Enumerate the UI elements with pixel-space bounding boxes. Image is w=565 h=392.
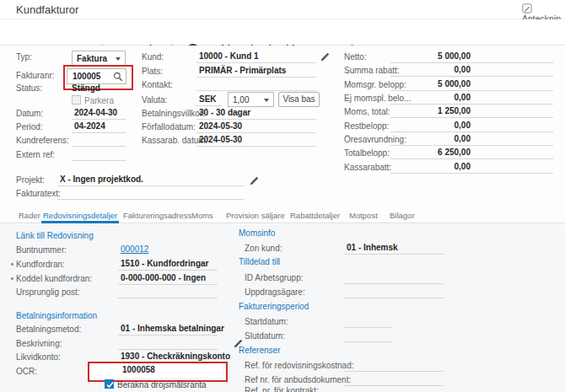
restbelopp-field: 0,00 — [390, 120, 553, 132]
projekt-field[interactable]: X - Ingen projektkod. — [57, 174, 245, 186]
tilldelad-till-header: Tilldelad till — [239, 257, 280, 266]
ursprunglig-post-label: Ursprunglig post: — [16, 287, 80, 297]
momsinfo-header: Momsinfo — [239, 228, 275, 238]
projekt-label: Projekt: — [16, 175, 45, 185]
datum-field[interactable]: 2024-04-30 — [72, 107, 126, 120]
kassarab-datum-field[interactable]: 2024-05-30 — [196, 134, 316, 147]
momsgr-belopp-field: 5 000,00 — [390, 78, 553, 91]
startdatum-field[interactable] — [344, 315, 392, 328]
valuta-label: Valuta: — [142, 95, 167, 105]
buntnummer-label: Buntnummer: — [16, 245, 67, 255]
koddel-kundfordran-label: Koddel kundfordran: — [16, 274, 92, 283]
tab-rabattdetaljer[interactable]: Rabattdetaljer — [290, 211, 340, 220]
extern-ref-field[interactable] — [72, 148, 126, 161]
tab-faktureringsadress[interactable]: Faktureringsadress — [123, 211, 191, 220]
extern-ref-label: Extern ref: — [16, 150, 55, 159]
beskrivning-field[interactable] — [118, 337, 218, 350]
zon-kund-label: Zon kund: — [245, 244, 282, 253]
uppdragsagare-field[interactable] — [344, 286, 444, 298]
typ-dropdown[interactable]: Faktura — [72, 51, 126, 66]
tab-bilagor[interactable]: Bilagor — [390, 211, 415, 220]
period-field[interactable]: 04-2024 — [72, 121, 126, 133]
plats-field[interactable]: PRIMÄR - Primärplats — [196, 65, 316, 78]
fakturatext-label: Fakturatext: — [16, 189, 61, 198]
kundfordran-field[interactable]: 1510 - Kundfordringar — [118, 258, 218, 271]
ref-anbudsdokument-field[interactable] — [344, 373, 444, 386]
ocr-label: OCR: — [16, 367, 37, 376]
kundfakturor-window: Kundfakturor Antecknin Spara och stäng — [0, 0, 565, 392]
valuta-code-field[interactable]: SEK — [196, 94, 222, 106]
plats-label: Plats: — [142, 67, 163, 76]
id-arbetsgrupp-field[interactable] — [344, 271, 444, 284]
forfallodatum-field[interactable]: 2024-05-30 — [196, 121, 316, 133]
ej-momspl-field: 0,00 — [390, 92, 553, 105]
ref-redovisningskostnad-field[interactable] — [344, 359, 444, 372]
fakturatext-field[interactable] — [57, 187, 245, 200]
tab-rader[interactable]: Rader — [19, 211, 40, 220]
valuta-rate-dropdown[interactable]: 1,00 — [228, 92, 274, 107]
kassarabatt-label: Kassarabatt: — [344, 163, 391, 172]
faktureringsperiod-header: Faktureringsperiod — [239, 302, 309, 311]
typ-caret-icon — [116, 57, 121, 61]
toolbar: Spara och stäng — [0, 19, 565, 46]
note-icon — [522, 3, 532, 13]
parkera-label: Parkera — [84, 96, 114, 105]
drojsmalsranta-label: Beräkna dröjsmålsränta — [117, 380, 207, 389]
betalningsvillkor-field[interactable]: 30 - 30 dagar — [196, 107, 316, 120]
check-icon — [106, 381, 114, 389]
tab-moms[interactable]: Moms — [191, 211, 213, 220]
betalningsmetod-field[interactable]: 01 - Inhemska betalningar — [118, 323, 218, 336]
kundfordran-label: Kundfordran: — [16, 260, 65, 269]
ref-kontrakt-label: Ref. nr. för kontrakt: — [245, 386, 319, 392]
slutdatum-field[interactable] — [344, 330, 392, 342]
beskrivning-label: Beskrivning: — [16, 339, 62, 348]
tab-motpost[interactable]: Motpost — [349, 211, 378, 220]
kundreferens-field[interactable] — [72, 134, 126, 147]
netto-label: Netto: — [344, 52, 367, 62]
kund-label: Kund: — [142, 52, 164, 62]
valuta-rate-caret-icon — [264, 99, 269, 102]
uppdragsagare-label: Uppdragsägare: — [245, 287, 305, 297]
fakturanr-label: Fakturanr: — [16, 71, 55, 80]
betalningsvillkor-label: Betalningsvillkor: — [142, 109, 205, 118]
page-title: Kundfakturor — [16, 3, 78, 16]
active-tab-underline — [41, 221, 119, 223]
forfallodatum-label: Förfallodatum: — [142, 122, 196, 132]
restbelopp-label: Restbelopp: — [344, 121, 389, 131]
ursprunglig-post-field[interactable] — [118, 286, 218, 298]
period-label: Period: — [16, 122, 43, 132]
typ-label: Typ: — [16, 52, 32, 62]
betalningsmetod-label: Betalningsmetod: — [16, 325, 81, 334]
kund-field[interactable]: 10000 - Kund 1 — [196, 51, 316, 63]
summa-rabatt-field: 0,00 — [390, 64, 553, 77]
totalbelopp-field: 6 250,00 — [390, 147, 553, 159]
koddel-kundfordran-field[interactable]: 0-000-000-000 - Ingen — [118, 272, 218, 285]
visa-bas-button[interactable]: Visa bas — [278, 92, 320, 107]
id-arbetsgrupp-label: ID Arbetsgrupp: — [245, 273, 303, 282]
status-value: Stängd — [72, 83, 100, 93]
kassarabatt-field: 0,00 — [390, 161, 553, 174]
projekt-pencil-icon[interactable] — [250, 176, 259, 185]
zon-kund-field[interactable]: 01 - Inhemsk — [344, 242, 444, 255]
title-bar: Kundfakturor Antecknin — [0, 0, 565, 19]
betalningsinformation-header: Betalningsinformation — [16, 311, 97, 320]
likvidkonto-label: Likvidkonto: — [16, 352, 61, 362]
kund-pencil-icon[interactable] — [320, 52, 330, 62]
startdatum-label: Startdatum: — [245, 317, 288, 326]
tab-provision-saljare[interactable]: Provision säljare — [226, 211, 285, 220]
ref-kontrakt-field[interactable] — [344, 385, 444, 392]
buntnummer-link[interactable]: 000012 — [121, 244, 148, 254]
parkera-checkbox[interactable] — [72, 95, 81, 105]
kontakt-field[interactable] — [196, 78, 316, 91]
kundreferens-label: Kundreferens: — [16, 136, 69, 145]
slutdatum-label: Slutdatum: — [245, 331, 285, 341]
referenser-header: Referenser — [239, 346, 280, 355]
required-marker — [11, 263, 13, 266]
status-label: Status: — [16, 83, 42, 93]
drojsmalsranta-checkbox[interactable] — [105, 379, 114, 389]
datum-label: Datum: — [16, 109, 43, 118]
totalbelopp-label: Totalbelopp: — [344, 148, 390, 158]
moms-total-field: 1 250,00 — [390, 105, 553, 118]
tab-redovisningsdetaljer[interactable]: Redovisningsdetaljer — [43, 211, 117, 220]
moms-total-label: Moms, total: — [344, 107, 390, 116]
